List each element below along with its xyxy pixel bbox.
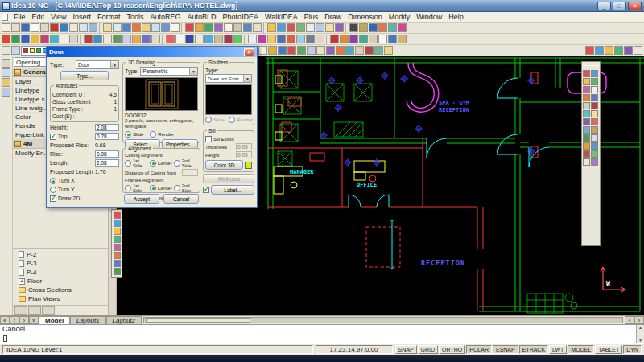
menu-edit[interactable]: Edit — [29, 13, 48, 21]
tool-icon[interactable] — [114, 212, 121, 219]
tool-icon[interactable] — [316, 35, 324, 43]
tool-icon[interactable] — [204, 35, 213, 43]
menu-window[interactable]: Window — [413, 13, 445, 21]
tool-icon[interactable] — [374, 46, 383, 55]
tool-icon[interactable] — [583, 70, 590, 77]
rise-input[interactable] — [95, 150, 119, 158]
tool-icon[interactable] — [114, 260, 121, 267]
tool-icon[interactable] — [591, 94, 598, 101]
tool-icon[interactable] — [349, 35, 358, 43]
tool-icon[interactable] — [330, 35, 339, 43]
menu-plus[interactable]: Plus — [301, 13, 322, 21]
tool-icon[interactable] — [378, 35, 387, 43]
label-button[interactable]: Label... — [211, 185, 254, 195]
minimize-button[interactable]: _ — [597, 2, 611, 10]
menu-walkidea[interactable]: WalkIDEA — [262, 13, 301, 21]
tool-icon[interactable] — [591, 102, 598, 109]
turn-y-radio[interactable] — [50, 187, 56, 193]
tool-icon[interactable] — [384, 46, 393, 55]
tool-icon[interactable] — [398, 23, 407, 32]
status-toggle-tablet[interactable]: TABLET — [595, 345, 622, 354]
status-toggle-dyn[interactable]: DYN — [623, 345, 642, 354]
tool-icon[interactable] — [60, 35, 68, 43]
tool-icon[interactable] — [258, 46, 267, 55]
menu-format[interactable]: Format — [94, 13, 124, 21]
tool-icon[interactable] — [591, 126, 598, 134]
tool-icon[interactable] — [161, 23, 170, 32]
tool-icon[interactable] — [583, 158, 590, 166]
tool-icon[interactable] — [103, 35, 112, 43]
cancel-button[interactable]: Cancel — [163, 194, 199, 204]
tool-icon[interactable] — [233, 35, 242, 43]
tool-icon[interactable] — [591, 70, 598, 77]
tool-icon[interactable] — [398, 35, 407, 43]
tool-icon[interactable] — [214, 23, 223, 32]
menu-help[interactable]: Help — [445, 13, 467, 21]
tool-icon[interactable] — [591, 158, 598, 166]
tool-icon[interactable] — [21, 23, 30, 32]
maximize-button[interactable]: □ — [613, 2, 626, 10]
scroll-left-icon[interactable]: ‹ — [625, 316, 634, 324]
tool-icon[interactable] — [40, 35, 49, 43]
tool-icon[interactable] — [287, 23, 295, 32]
tool-icon[interactable] — [114, 236, 121, 243]
tool-icon[interactable] — [122, 35, 131, 43]
tree-item-floor[interactable]: +Floor — [13, 277, 108, 286]
taskbar[interactable] — [0, 355, 644, 362]
tool-icon[interactable] — [11, 46, 20, 55]
tool-icon[interactable] — [69, 23, 78, 32]
tool-icon[interactable] — [583, 150, 590, 158]
shutters-type-combo[interactable]: Does not Exist ▼ — [205, 74, 252, 83]
menu-photoidea[interactable]: PhotoIDEA — [220, 13, 262, 21]
tool-icon[interactable] — [142, 35, 151, 43]
tool-icon[interactable] — [277, 23, 286, 32]
tool-icon[interactable] — [388, 23, 397, 32]
tool-icon[interactable] — [336, 46, 345, 55]
tool-icon[interactable] — [277, 35, 286, 43]
tool-icon[interactable] — [307, 46, 316, 55]
tool-icon[interactable] — [2, 46, 10, 55]
tool-icon[interactable] — [267, 35, 276, 43]
top-checkbox[interactable] — [50, 134, 56, 140]
tool-icon[interactable] — [114, 220, 121, 227]
sidebar-tab[interactable] — [14, 306, 27, 315]
status-toggle-polar[interactable]: POLAR — [466, 345, 492, 354]
draw-2d-checkbox[interactable] — [50, 195, 56, 202]
tool-icon[interactable] — [2, 68, 10, 77]
menu-modify[interactable]: Modify — [386, 13, 414, 21]
tool-icon[interactable] — [195, 23, 204, 32]
render-radio[interactable] — [150, 131, 156, 138]
tool-icon[interactable] — [634, 46, 642, 55]
tool-icon[interactable] — [296, 23, 305, 32]
tool-icon[interactable] — [325, 23, 334, 32]
tool-icon[interactable] — [605, 46, 613, 55]
tree-item-plan-views[interactable]: Plan Views — [13, 294, 108, 303]
tool-icon[interactable] — [50, 35, 59, 43]
frames-1st-side-radio[interactable] — [125, 185, 131, 191]
status-toggle-etrack[interactable]: ETRACK — [519, 345, 548, 354]
tool-icon[interactable] — [614, 46, 623, 55]
tool-icon[interactable] — [31, 35, 39, 43]
tool-icon[interactable] — [258, 35, 266, 43]
accept-button[interactable]: Accept — [124, 194, 159, 204]
height-input[interactable] — [95, 124, 119, 131]
tool-icon[interactable] — [591, 142, 598, 150]
tool-icon[interactable] — [624, 46, 633, 55]
tool-icon[interactable] — [591, 150, 598, 158]
tool-icon[interactable] — [50, 23, 59, 32]
tree-item-p-2[interactable]: P-2 — [13, 250, 108, 259]
tool-icon[interactable] — [278, 46, 287, 55]
tool-icon[interactable] — [583, 134, 590, 142]
status-toggle-model[interactable]: MODEL — [568, 345, 594, 354]
tool-icon[interactable] — [185, 23, 194, 32]
tool-icon[interactable] — [583, 126, 590, 134]
tool-icon[interactable] — [359, 23, 368, 32]
tool-icon[interactable] — [132, 23, 141, 32]
tool-icon[interactable] — [214, 35, 223, 43]
tool-icon[interactable] — [11, 23, 20, 32]
tool-icon[interactable] — [69, 35, 78, 43]
tab-layout2[interactable]: Layout2 — [106, 316, 142, 324]
menu-autoreg[interactable]: AutoREG — [147, 13, 184, 21]
tool-icon[interactable] — [583, 102, 590, 109]
tool-icon[interactable] — [297, 46, 306, 55]
